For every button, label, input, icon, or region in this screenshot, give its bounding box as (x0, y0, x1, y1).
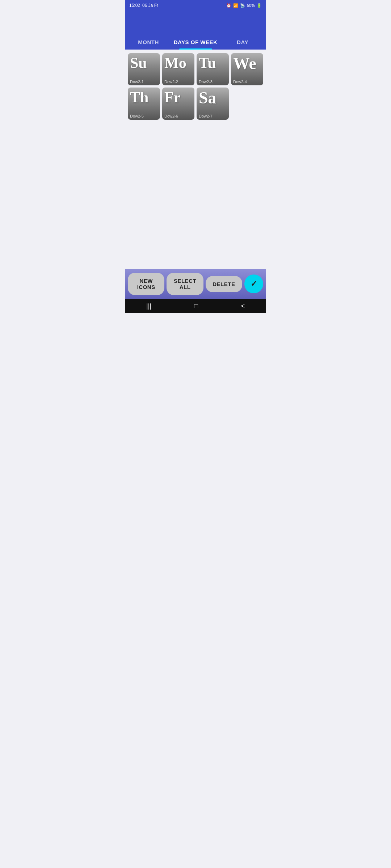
status-date: 06 Ja Fr (142, 3, 158, 8)
icon-label-dow2-4: Dow2-4 (233, 80, 261, 84)
icon-dow2-1[interactable]: Su Dow2-1 (128, 53, 160, 85)
battery-percent: 50% (247, 3, 255, 8)
icon-label-dow2-2: Dow2-2 (164, 80, 192, 84)
check-icon: ✓ (251, 279, 257, 289)
icon-letter-th: Th (130, 90, 158, 105)
recents-button[interactable]: ||| (142, 301, 156, 311)
bottom-nav: ||| □ < (125, 299, 266, 313)
tab-days-of-week[interactable]: DAYS OF WEEK (172, 35, 219, 50)
icon-dow2-4[interactable]: We Dow2-4 (231, 53, 263, 85)
signal-icon: 📡 (240, 3, 245, 8)
icon-dow2-3[interactable]: Tu Dow2-3 (197, 53, 229, 85)
icon-dow2-7[interactable]: Sa Dow2-7 (197, 88, 229, 120)
icon-dow2-5[interactable]: Th Dow2-5 (128, 88, 160, 120)
home-button[interactable]: □ (190, 301, 202, 311)
bottom-action-bar: NEW ICONS SELECT ALL DELETE ✓ (125, 269, 266, 299)
select-all-button[interactable]: SELECT ALL (167, 273, 203, 295)
icon-label-dow2-6: Dow2-6 (164, 114, 192, 118)
back-button[interactable]: < (236, 301, 249, 311)
confirm-fab-button[interactable]: ✓ (244, 275, 263, 293)
icon-letter-sa: Sa (199, 90, 227, 106)
icon-label-dow2-1: Dow2-1 (130, 80, 158, 84)
icon-letter-we: We (233, 55, 261, 72)
icon-letter-mo: Mo (164, 55, 192, 71)
status-bar-right: ⏰ 📶 📡 50% 🔋 (226, 3, 262, 8)
icon-label-dow2-3: Dow2-3 (199, 80, 227, 84)
icon-label-dow2-5: Dow2-5 (130, 114, 158, 118)
header: MONTH DAYS OF WEEK DAY (125, 11, 266, 50)
new-icons-button[interactable]: NEW ICONS (128, 273, 164, 295)
tabs-container: MONTH DAYS OF WEEK DAY (125, 33, 266, 50)
alarm-icon: ⏰ (226, 3, 231, 8)
icon-letter-fr: Fr (164, 90, 192, 105)
tab-month[interactable]: MONTH (125, 35, 172, 50)
wifi-icon: 📶 (233, 3, 238, 8)
status-bar-left: 15:02 06 Ja Fr (129, 3, 158, 8)
status-bar: 15:02 06 Ja Fr ⏰ 📶 📡 50% 🔋 (125, 0, 266, 11)
icon-label-dow2-7: Dow2-7 (199, 114, 227, 118)
battery-icon: 🔋 (257, 3, 262, 8)
icon-dow2-2[interactable]: Mo Dow2-2 (162, 53, 194, 85)
tab-day[interactable]: DAY (219, 35, 266, 50)
icon-dow2-6[interactable]: Fr Dow2-6 (162, 88, 194, 120)
delete-button[interactable]: DELETE (206, 276, 242, 292)
status-time: 15:02 (129, 3, 140, 8)
icons-grid: Su Dow2-1 Mo Dow2-2 Tu Dow2-3 We Dow2-4 … (125, 50, 266, 123)
icon-letter-tu: Tu (199, 55, 227, 71)
icon-letter-su: Su (130, 55, 158, 71)
